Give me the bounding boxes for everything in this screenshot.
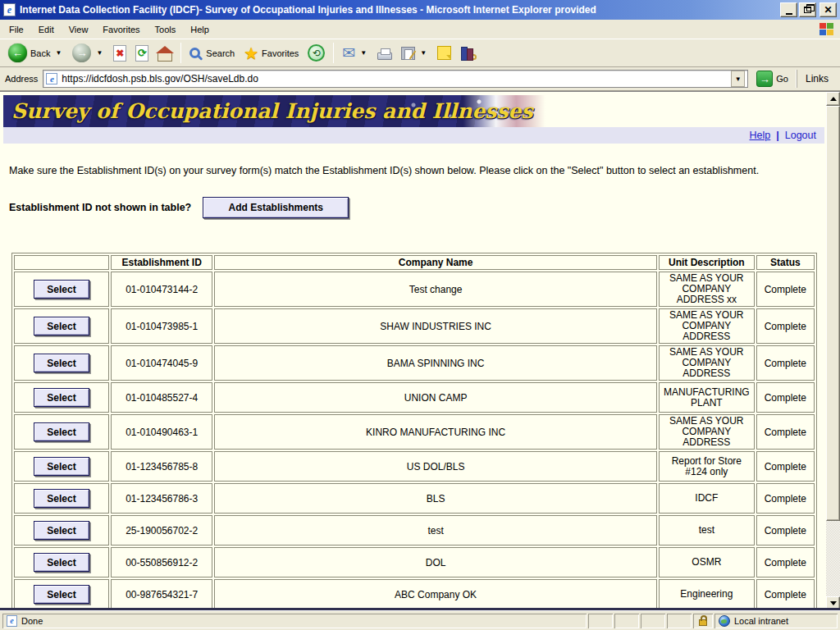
select-button[interactable]: Select <box>34 317 89 336</box>
status-empty-pane <box>641 614 665 628</box>
refresh-button[interactable]: ⟳ <box>131 43 153 63</box>
select-button[interactable]: Select <box>34 585 89 604</box>
home-button[interactable] <box>153 43 176 63</box>
status-done-text: Done <box>21 616 43 626</box>
company-name-cell: UNION CAMP <box>214 382 657 413</box>
table-row: Select 01-123456785-8 US DOL/BLS Report … <box>14 451 815 482</box>
scrollbar-thumb[interactable] <box>826 106 840 521</box>
discuss-button[interactable] <box>433 44 455 62</box>
scroll-up-button[interactable] <box>826 92 840 106</box>
edit-dropdown-icon[interactable]: ▼ <box>418 49 428 57</box>
print-button[interactable] <box>373 44 396 62</box>
table-row: Select 01-010473144-2 Test change SAME A… <box>14 272 815 307</box>
select-button[interactable]: Select <box>34 457 89 476</box>
ie-logo-icon: e <box>3 3 16 16</box>
research-button[interactable] <box>456 44 481 62</box>
search-button[interactable]: Search <box>185 46 239 60</box>
history-icon: ⟲ <box>308 44 325 62</box>
unit-description-cell: IDCF <box>659 483 755 514</box>
establishment-id-cell: 01-010490463-1 <box>111 414 212 450</box>
refresh-icon: ⟳ <box>135 45 148 62</box>
establishments-table-wrap: Establishment ID Company Name Unit Descr… <box>11 253 817 610</box>
logout-link[interactable]: Logout <box>785 130 816 141</box>
unit-description-cell: SAME AS YOUR COMPANY ADDRESS xx <box>659 272 755 307</box>
establishment-id-cell: 01-123456785-8 <box>111 451 212 482</box>
establishment-id-cell: 25-190056702-2 <box>111 515 212 546</box>
establishment-id-cell: 01-123456786-3 <box>111 483 212 514</box>
table-header-row: Establishment ID Company Name Unit Descr… <box>14 255 815 270</box>
back-icon: ← <box>8 43 27 62</box>
go-arrow-icon: → <box>756 71 773 87</box>
company-name-cell: Test change <box>214 272 657 307</box>
menu-file[interactable]: File <box>2 22 31 37</box>
company-name-cell: US DOL/BLS <box>214 451 657 482</box>
select-button[interactable]: Select <box>34 422 89 441</box>
table-row: Select 00-987654321-7 ABC Company OK Eng… <box>14 579 815 609</box>
back-dropdown-icon[interactable]: ▼ <box>53 49 63 57</box>
menu-favorites[interactable]: Favorites <box>95 22 147 37</box>
address-input[interactable]: e https://idcfdosh.psb.bls.gov/OSH/saveL… <box>43 70 748 88</box>
forward-dropdown-icon[interactable]: ▼ <box>94 49 104 57</box>
scroll-down-icon <box>830 601 837 605</box>
unit-description-cell: Engineering <box>659 579 755 609</box>
restore-button[interactable] <box>799 2 816 17</box>
unit-description-cell: test <box>659 515 755 546</box>
header-unit-description: Unit Description <box>659 255 755 270</box>
page-content: Survey of Occupational Injuries and Illn… <box>0 91 840 610</box>
establishment-id-cell: 01-010485527-4 <box>111 382 212 413</box>
header-select <box>14 255 109 270</box>
menu-edit[interactable]: Edit <box>31 22 62 37</box>
back-label: Back <box>30 48 50 58</box>
edit-button[interactable]: ▼ <box>397 45 432 62</box>
help-logout-bar: Help | Logout <box>3 127 824 144</box>
favorites-star-icon: ★ <box>244 45 258 62</box>
status-done-pane: e Done <box>2 614 587 628</box>
status-cell: Complete <box>756 451 815 482</box>
window-title: Internet Data Collection Facility (IDCF)… <box>20 4 776 16</box>
menu-view[interactable]: View <box>62 22 96 37</box>
mail-dropdown-icon[interactable]: ▼ <box>358 49 368 57</box>
unit-description-cell: SAME AS YOUR COMPANY ADDRESS <box>659 308 755 344</box>
help-link[interactable]: Help <box>750 130 771 141</box>
select-button[interactable]: Select <box>34 489 89 508</box>
establishment-id-cell: 01-010473144-2 <box>111 272 212 307</box>
table-row: Select 25-190056702-2 test test Complete <box>14 515 815 546</box>
minimize-button[interactable] <box>780 2 797 17</box>
minimize-icon <box>786 13 792 15</box>
vertical-scrollbar[interactable] <box>826 92 840 610</box>
windows-logo-icon <box>819 23 833 35</box>
status-cell: Complete <box>756 515 815 546</box>
nav-separator: | <box>776 130 779 141</box>
forward-button[interactable]: → ▼ <box>68 42 108 64</box>
history-button[interactable]: ⟲ <box>304 43 329 63</box>
unit-description-cell: MANUFACTURING PLANT <box>659 382 755 413</box>
menu-tools[interactable]: Tools <box>148 22 184 37</box>
add-establishment-row: Establishment ID not shown in table? Add… <box>9 197 349 218</box>
back-button[interactable]: ← Back ▼ <box>4 42 67 64</box>
status-zone-text: Local intranet <box>734 616 788 626</box>
mail-button[interactable]: ✉ ▼ <box>338 43 372 62</box>
company-name-cell: DOL <box>214 547 657 578</box>
close-button[interactable]: ✕ <box>819 2 837 17</box>
favorites-button[interactable]: ★ Favorites <box>240 43 303 63</box>
scroll-down-button[interactable] <box>826 596 840 610</box>
select-button[interactable]: Select <box>34 354 89 372</box>
stop-button[interactable]: ✖ <box>109 43 130 63</box>
address-url: https://idcfdosh.psb.bls.gov/OSH/saveLdb… <box>62 73 727 84</box>
browser-window: e Internet Data Collection Facility (IDC… <box>0 0 840 630</box>
select-button[interactable]: Select <box>34 280 89 299</box>
go-button[interactable]: → Go <box>753 70 792 88</box>
menu-bar: File Edit View Favorites Tools Help <box>0 20 840 39</box>
toolbar-separator <box>333 43 334 63</box>
address-dropdown-button[interactable]: ▼ <box>731 71 745 87</box>
status-zone-pane: Local intranet <box>714 614 838 628</box>
links-menu[interactable]: Links <box>797 70 835 88</box>
toolbar-separator <box>180 43 181 63</box>
select-button[interactable]: Select <box>34 388 89 407</box>
menu-help[interactable]: Help <box>183 22 217 37</box>
go-label: Go <box>776 74 788 84</box>
table-row: Select 01-010473985-1 SHAW INDUSTRIES IN… <box>14 308 815 344</box>
select-button[interactable]: Select <box>34 521 89 540</box>
add-establishments-button[interactable]: Add Establishments <box>203 197 349 218</box>
select-button[interactable]: Select <box>34 553 89 572</box>
